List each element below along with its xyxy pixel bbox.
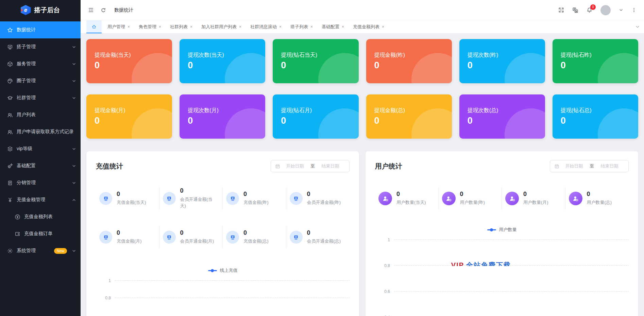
stat-value: 0: [180, 230, 214, 236]
chevron-down-icon: [72, 164, 76, 168]
tab-close-icon[interactable]: ×: [310, 24, 313, 29]
tab-close-icon[interactable]: ×: [159, 24, 161, 29]
user-menu-chevron-icon[interactable]: [619, 8, 623, 12]
tab-item[interactable]: 角色管理×: [134, 20, 166, 33]
recharge-date-range-picker[interactable]: 开始日期 至 结束日期: [271, 160, 350, 172]
tab-item[interactable]: 社群消息滚动×: [246, 20, 286, 33]
gear-icon: [7, 248, 13, 254]
stat-card: 提现次数(月)0: [180, 94, 265, 139]
sidebar-item[interactable]: 用户列表: [0, 106, 81, 123]
card-value: 0: [281, 116, 350, 126]
sidebar-item-label: 用户申请获取联系方式记录: [17, 129, 76, 135]
refresh-icon[interactable]: [101, 7, 106, 13]
tab-item[interactable]: 基础配置×: [317, 20, 349, 33]
sidebar-item[interactable]: 数据统计: [0, 21, 81, 38]
card-value: 0: [468, 60, 537, 71]
gears-icon: [7, 163, 13, 169]
layers-icon: [7, 146, 13, 152]
stat-card: 提现(钻石总)0: [553, 94, 638, 139]
sidebar-item[interactable]: 圈子管理: [0, 72, 81, 89]
sidebar-item[interactable]: vip等级: [0, 140, 81, 157]
tab-close-icon[interactable]: ×: [342, 24, 344, 29]
tab-home[interactable]: [86, 20, 102, 33]
tab-label: 用户管理: [107, 24, 125, 30]
chart-grid-row: 1: [375, 237, 629, 243]
calendar-icon: [554, 164, 559, 169]
tab-item[interactable]: 社群列表×: [166, 20, 197, 33]
sidebar-item-label: vip等级: [17, 146, 70, 152]
sidebar-subitem[interactable]: 充值金额列表: [0, 208, 81, 225]
sidebar-subitem[interactable]: 充值金额订单: [0, 225, 81, 242]
stat-item: 0充值金额(总): [223, 226, 286, 248]
tabs-list: 用户管理×角色管理×社群列表×加入社群用户列表×社群消息滚动×搭子列表×基础配置…: [103, 20, 389, 33]
sidebar-item[interactable]: 社群管理: [0, 89, 81, 106]
tab-close-icon[interactable]: ×: [382, 24, 384, 29]
yen-icon: [7, 197, 13, 203]
legend-user-count[interactable]: 用户数量: [375, 227, 629, 233]
date-start-placeholder: 开始日期: [559, 163, 589, 169]
recharge-stats-row-1: 0充值金额(当天)0会员开通金额(当天)0充值金额(昨)0会员开通金额(昨): [96, 187, 350, 210]
palette-icon: [7, 78, 13, 84]
sidebar-item[interactable]: 分销管理: [0, 174, 81, 191]
tab-close-icon[interactable]: ×: [128, 24, 130, 29]
card-title: 提现次数(当天): [188, 52, 257, 59]
star-icon: [7, 27, 13, 33]
chevron-down-icon: [72, 45, 76, 49]
tab-item[interactable]: 用户管理×: [103, 20, 134, 33]
collapse-sidebar-icon[interactable]: [88, 7, 94, 13]
stat-body: 0用户数量(当天): [396, 191, 426, 206]
tab-close-icon[interactable]: ×: [190, 24, 192, 29]
stat-label: 会员开通金额(昨): [307, 199, 341, 206]
chart-gridline: [394, 265, 629, 266]
tab-item[interactable]: 加入社群用户列表×: [197, 20, 246, 33]
avatar[interactable]: [600, 5, 611, 15]
card-value: 0: [95, 116, 164, 126]
user-date-range-picker[interactable]: 开始日期 至 结束日期: [550, 160, 629, 172]
stat-value: 0: [523, 191, 548, 198]
fullscreen-icon[interactable]: [558, 7, 564, 13]
sidebar-item-label: 分销管理: [17, 180, 70, 186]
notifications-bell-icon[interactable]: 0: [587, 7, 592, 13]
stat-label: 会员开通金额(月): [180, 238, 214, 245]
card-title: 提现次数(月): [188, 107, 257, 114]
date-start-placeholder: 开始日期: [280, 163, 310, 169]
kebab-menu-icon[interactable]: [631, 7, 637, 13]
app-logo-letter: e: [24, 7, 27, 13]
sidebar-item[interactable]: 基础配置: [0, 157, 81, 174]
sidebar-item[interactable]: 充值金额管理: [0, 191, 81, 208]
stat-card: 提现金额(昨)0: [366, 39, 452, 83]
yuan-badge-icon: [226, 231, 239, 244]
stat-label: 会员开通金额(当天): [180, 196, 218, 209]
order-icon: [14, 231, 20, 237]
tab-close-icon[interactable]: ×: [239, 24, 241, 29]
tab-item[interactable]: 充值金额列表×: [349, 20, 389, 33]
user-gear-icon: [505, 192, 519, 205]
chart-watermark: VIP全站免费下载: [451, 262, 511, 266]
tab-item[interactable]: 搭子列表×: [286, 20, 317, 33]
user-chart: 用户数量 10.8VIP全站免费下载0.60.4: [375, 227, 629, 316]
stat-body: 0充值金额(当天): [117, 191, 146, 206]
tab-label: 基础配置: [322, 24, 339, 30]
stat-body: 0用户数量(昨): [460, 191, 485, 206]
card-title: 提现(钻石当天): [281, 52, 350, 59]
sidebar-item-label: 充值金额管理: [17, 197, 70, 203]
sidebar-item[interactable]: 用户申请获取联系方式记录: [0, 123, 81, 140]
tabs-overflow-chevron-icon[interactable]: [635, 24, 640, 29]
tab-label: 搭子列表: [290, 24, 308, 30]
stat-label: 会员开通金额(总): [307, 238, 341, 245]
chart-gridline: [115, 280, 350, 281]
stat-value: 0: [243, 230, 269, 236]
card-title: 提现(钻石昨): [561, 52, 630, 59]
card-value: 0: [374, 116, 444, 126]
y-axis-tick-label: 0.4: [375, 315, 394, 316]
chart-grid-row: 0.8: [96, 295, 350, 301]
app-title: 搭子后台: [34, 6, 60, 15]
translate-icon[interactable]: [572, 7, 578, 13]
users-icon: [7, 129, 13, 135]
card-title: 提现金额(昨): [374, 52, 444, 59]
tab-close-icon[interactable]: ×: [279, 24, 282, 29]
sidebar-item[interactable]: 系统管理New: [0, 242, 81, 259]
sidebar-item[interactable]: 服务管理: [0, 55, 81, 72]
legend-online-recharge[interactable]: 线上充值: [96, 267, 350, 274]
sidebar-item[interactable]: 搭子管理: [0, 38, 81, 55]
